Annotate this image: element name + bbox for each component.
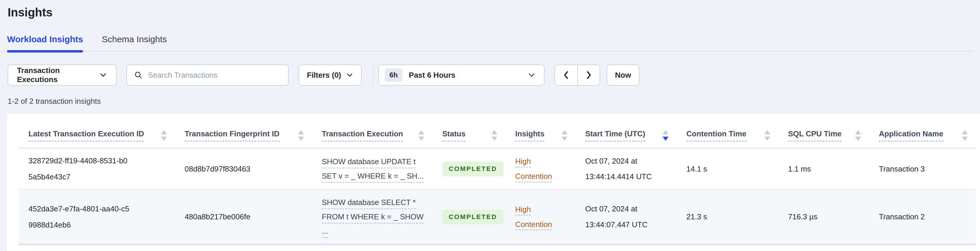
column-header-insights[interactable]: Insights [506, 114, 576, 148]
column-header-transaction-fingerprint-id[interactable]: Transaction Fingerprint ID [175, 114, 312, 148]
transaction-execution-cell: SHOW database UPDATE t SET v = _ WHERE k… [312, 148, 433, 190]
transaction-insights-table: Latest Transaction Execution ID Transact… [19, 114, 976, 245]
transaction-fingerprint-id: 08d8b7d97f830463 [185, 165, 250, 173]
latest-transaction-execution-id: 328729d2-ff19-4408-8531-b05a5b4e43c7 [29, 153, 132, 185]
next-time-range-button[interactable] [578, 65, 600, 85]
table-row: 452da3e7-e7fa-4801-aa40-c59988d14eb6 480… [19, 190, 976, 244]
status-badge: COMPLETED [442, 161, 503, 176]
sort-icon[interactable] [855, 130, 861, 141]
column-header-contention-time[interactable]: Contention Time [677, 114, 778, 148]
transaction-execution-cell: SHOW database SELECT * FROM t WHERE k = … [312, 190, 433, 244]
time-range-picker[interactable]: 6h Past 6 Hours [379, 64, 544, 86]
time-range-pager [554, 64, 600, 86]
transaction-execution-link[interactable]: SHOW database SELECT * [322, 198, 415, 209]
execution-type-dropdown-label: Transaction Executions [17, 66, 99, 84]
application-name: Transaction 2 [879, 212, 925, 221]
filters-button-label: Filters (0) [307, 71, 341, 80]
insight-high-contention-link[interactable]: High Contention [515, 154, 563, 184]
search-input[interactable] [148, 71, 281, 80]
contention-time: 21.3 s [686, 212, 707, 221]
toolbar: Transaction Executions Filters (0) 6h Pa… [8, 64, 980, 86]
tab-workload-insights[interactable]: Workload Insights [7, 34, 83, 51]
column-header-latest-transaction-execution-id[interactable]: Latest Transaction Execution ID [19, 114, 175, 148]
sort-icon[interactable] [492, 130, 497, 141]
sql-cpu-time: 1.1 ms [788, 165, 811, 173]
time-range-badge: 6h [385, 68, 402, 82]
table-header-row: Latest Transaction Execution ID Transact… [19, 114, 976, 148]
sort-icon[interactable] [298, 130, 304, 141]
toolbar-divider [373, 66, 373, 85]
results-count: 1-2 of 2 transaction insights [8, 97, 980, 106]
transaction-fingerprint-id: 480a8b217be006fe [185, 212, 250, 221]
page-title: Insights [8, 5, 980, 19]
sort-icon[interactable] [562, 130, 567, 141]
sort-icon[interactable] [161, 130, 167, 141]
insight-high-contention-link[interactable]: High Contention [515, 202, 563, 232]
sort-icon[interactable] [764, 130, 770, 141]
chevron-down-icon [528, 71, 536, 79]
now-button[interactable]: Now [607, 64, 640, 86]
chevron-down-icon [346, 71, 353, 79]
application-name: Transaction 3 [879, 165, 925, 173]
chevron-left-icon [562, 70, 570, 80]
column-header-status[interactable]: Status [433, 114, 506, 148]
search-icon [134, 71, 143, 80]
tab-schema-insights[interactable]: Schema Insights [102, 34, 167, 51]
latest-transaction-execution-id: 452da3e7-e7fa-4801-aa40-c59988d14eb6 [29, 201, 132, 233]
insights-table-card: Latest Transaction Execution ID Transact… [7, 114, 980, 251]
column-header-transaction-execution[interactable]: Transaction Execution [312, 114, 433, 148]
previous-time-range-button[interactable] [555, 65, 578, 85]
chevron-right-icon [585, 70, 593, 80]
tab-bar: Workload Insights Schema Insights [7, 34, 973, 51]
now-button-label: Now [615, 71, 631, 80]
transaction-execution-link[interactable]: SET v = _ WHERE k = _ SH... [322, 171, 424, 183]
chevron-down-icon [99, 71, 107, 79]
contention-time: 14.1 s [686, 165, 707, 173]
start-time: Oct 07, 2024 at 13:44:07.447 UTC [585, 201, 668, 232]
transaction-execution-link[interactable]: FROM t WHERE k = _ SHOW [322, 212, 423, 224]
time-range-label: Past 6 Hours [409, 71, 528, 80]
status-badge: COMPLETED [442, 209, 503, 224]
sort-desc-active-icon[interactable] [663, 130, 668, 141]
search-transactions-box [126, 64, 289, 86]
transaction-execution-link[interactable]: ... [322, 227, 328, 238]
transaction-execution-link[interactable]: SHOW database UPDATE t [322, 157, 415, 168]
table-row: 328729d2-ff19-4408-8531-b05a5b4e43c7 08d… [19, 148, 976, 190]
sort-icon[interactable] [962, 130, 968, 141]
filters-button[interactable]: Filters (0) [299, 64, 362, 86]
sort-icon[interactable] [418, 130, 424, 141]
sql-cpu-time: 716.3 µs [788, 212, 817, 221]
column-header-application-name[interactable]: Application Name [869, 114, 976, 148]
start-time: Oct 07, 2024 at 13:44:14.4414 UTC [585, 153, 668, 185]
column-header-sql-cpu-time[interactable]: SQL CPU Time [778, 114, 869, 148]
execution-type-dropdown[interactable]: Transaction Executions [8, 64, 117, 86]
column-header-start-time[interactable]: Start Time (UTC) [576, 114, 677, 148]
